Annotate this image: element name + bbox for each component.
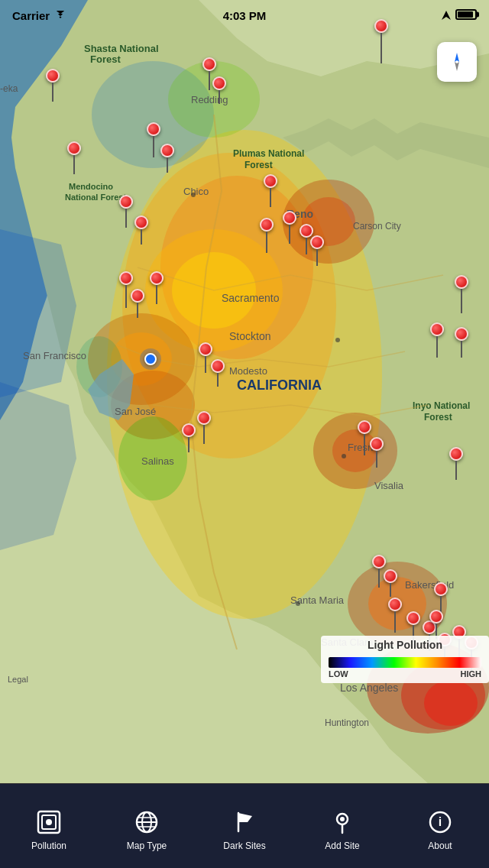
svg-text:San Francisco: San Francisco (23, 350, 86, 361)
location-arrow-icon (442, 9, 451, 22)
map-pin[interactable] (212, 76, 226, 104)
svg-point-51 (296, 601, 300, 606)
svg-text:Forest: Forest (244, 160, 273, 170)
svg-text:Stockton: Stockton (229, 330, 270, 342)
map-pin[interactable] (46, 69, 60, 102)
svg-text:-eka: -eka (0, 83, 18, 94)
map-pin[interactable] (264, 174, 277, 207)
map-pin[interactable] (211, 359, 225, 387)
svg-text:Carson City: Carson City (353, 221, 401, 232)
legend-color-bar (329, 657, 481, 668)
map-pin[interactable] (310, 235, 324, 266)
tab-dark-sites[interactable]: Dark Sites (196, 801, 293, 851)
svg-text:Visalia: Visalia (374, 480, 404, 491)
tab-map-type-label: Map Type (127, 840, 167, 851)
svg-point-49 (335, 338, 340, 342)
globe-icon (133, 808, 160, 836)
map-pin[interactable] (388, 598, 402, 633)
legend-low-label: LOW (329, 669, 348, 679)
legend-title: Light Pollution (321, 636, 489, 654)
svg-text:National Forest: National Forest (65, 193, 126, 202)
map-pin[interactable] (283, 211, 296, 244)
svg-marker-54 (455, 62, 459, 71)
svg-point-50 (342, 454, 346, 458)
tab-map-type[interactable]: Map Type (98, 801, 196, 851)
tab-about[interactable]: i About (391, 801, 489, 851)
tab-dark-sites-label: Dark Sites (223, 840, 265, 851)
tab-pollution-label: Pollution (31, 840, 66, 851)
map-pin[interactable] (260, 218, 274, 253)
svg-text:i: i (439, 815, 442, 828)
svg-text:Plumas National: Plumas National (233, 148, 304, 159)
pin-icon (329, 808, 356, 836)
map-pin[interactable] (131, 289, 144, 318)
carrier-label: Carrier (12, 9, 50, 22)
map-pin[interactable] (455, 275, 468, 313)
map-pin[interactable] (150, 271, 164, 304)
svg-text:San José: San José (115, 406, 156, 417)
svg-text:Forest: Forest (424, 412, 452, 423)
svg-point-58 (46, 819, 52, 825)
map-pin[interactable] (147, 122, 160, 157)
tab-bar: Pollution Map Type Dark Sites (0, 783, 489, 868)
map-pin[interactable] (119, 195, 133, 228)
tab-pollution[interactable]: Pollution (0, 801, 98, 851)
status-bar: Carrier 4:03 PM (0, 0, 489, 31)
wifi-icon (54, 9, 66, 22)
status-time: 4:03 PM (223, 9, 267, 22)
battery-icon (455, 9, 477, 22)
map-pin[interactable] (370, 437, 384, 468)
map-pin[interactable] (449, 447, 463, 480)
svg-text:Sacramento: Sacramento (222, 292, 280, 304)
pollution-legend: Light Pollution LOW HIGH (321, 636, 489, 683)
legend-high-label: HIGH (461, 669, 482, 679)
svg-marker-53 (455, 53, 459, 62)
compass-button[interactable] (437, 42, 477, 82)
svg-text:Los Angeles: Los Angeles (340, 682, 398, 694)
tab-about-label: About (428, 840, 452, 851)
svg-point-48 (191, 193, 196, 197)
map-pin[interactable] (384, 569, 397, 597)
svg-point-17 (424, 680, 478, 726)
map-pin[interactable] (134, 215, 148, 245)
map-pin[interactable] (430, 322, 444, 358)
svg-point-66 (340, 817, 345, 821)
svg-text:CALIFORNIA: CALIFORNIA (237, 377, 322, 393)
map-pin[interactable] (160, 144, 174, 173)
pollution-icon (35, 808, 63, 836)
map-view[interactable]: Shasta National Forest Plumas National F… (0, 0, 489, 783)
info-icon: i (426, 808, 454, 836)
flag-icon (231, 808, 258, 836)
svg-text:Shasta National: Shasta National (84, 43, 159, 54)
svg-text:Mendocino: Mendocino (69, 182, 113, 191)
map-pin[interactable] (182, 423, 196, 452)
current-location-marker (140, 348, 161, 370)
svg-text:Huntington: Huntington (325, 717, 369, 728)
svg-text:Forest: Forest (90, 53, 121, 65)
svg-text:Modesto: Modesto (229, 365, 267, 377)
svg-text:Salinas: Salinas (141, 455, 174, 467)
svg-text:Chico: Chico (183, 186, 209, 197)
map-pin[interactable] (197, 411, 211, 444)
map-pin[interactable] (67, 141, 81, 174)
tab-add-site[interactable]: Add Site (293, 801, 391, 851)
map-pin[interactable] (455, 327, 468, 358)
tab-add-site-label: Add Site (325, 840, 359, 851)
legal-link[interactable]: Legal (8, 675, 28, 684)
svg-marker-55 (442, 11, 451, 20)
